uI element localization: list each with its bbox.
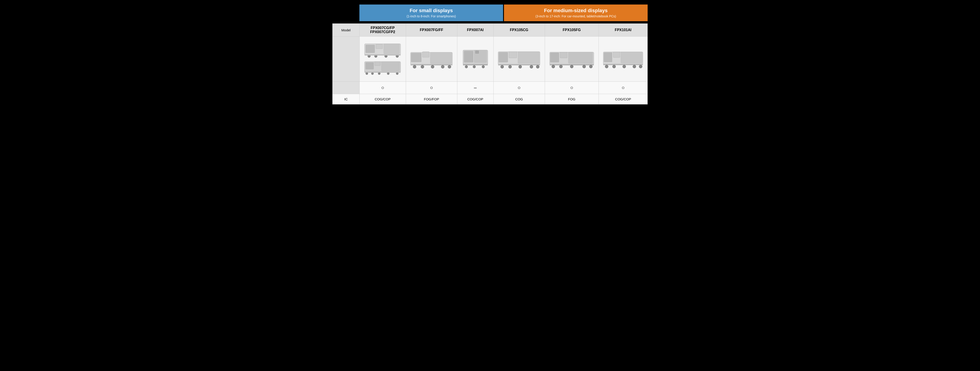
- circle-cell-3: ○: [493, 82, 545, 94]
- product-table: Model FPX007CG/FPFPX007CGFP2 FPX007FG/FF…: [332, 24, 648, 104]
- machine-placeholder-0: [361, 39, 404, 79]
- circle-value-4: ○: [570, 85, 573, 90]
- small-displays-subtitle: (1-inch to 8-inch: For smartphones): [362, 14, 501, 18]
- machine-svg-2: [461, 48, 490, 70]
- ic-cell-5: COG/COP: [599, 94, 648, 104]
- ic-value-2: COG/COP: [467, 97, 483, 101]
- svg-rect-10: [366, 62, 374, 69]
- svg-point-44: [519, 65, 522, 68]
- svg-rect-38: [499, 52, 508, 62]
- svg-point-15: [378, 72, 380, 75]
- svg-rect-11: [375, 62, 380, 66]
- svg-point-25: [421, 65, 424, 68]
- circle-cell-1: ○: [406, 82, 457, 94]
- model-name-0: FPX007CG/FPFPX007CGFP2: [370, 26, 395, 34]
- svg-point-24: [413, 65, 416, 68]
- circle-value-3: ○: [517, 85, 520, 90]
- svg-point-63: [612, 65, 616, 68]
- svg-point-28: [448, 65, 451, 68]
- svg-rect-59: [613, 52, 620, 58]
- medium-displays-header: For medium-sized displays (3-inch to 17-…: [504, 5, 648, 21]
- ic-value-0: COG/COP: [375, 97, 391, 101]
- ic-row-label: IC: [332, 94, 360, 104]
- circle-value-1: ○: [430, 85, 433, 90]
- svg-rect-48: [550, 53, 559, 62]
- svg-point-46: [536, 65, 539, 68]
- image-cell-2: [457, 37, 493, 82]
- image-cell-1: [406, 37, 457, 82]
- machine-placeholder-4: [546, 39, 597, 79]
- image-cell-4: [545, 37, 598, 82]
- svg-rect-39: [509, 52, 517, 58]
- machine-svg-0b: [363, 60, 402, 77]
- ic-row: IC COG/COP FOG/FOP COG/COP COG FOG COG/C…: [332, 94, 648, 104]
- svg-point-56: [589, 65, 592, 68]
- svg-rect-2: [376, 44, 383, 49]
- col-header-2: FPX007AI: [457, 24, 493, 37]
- svg-rect-58: [604, 53, 612, 62]
- svg-point-14: [371, 72, 374, 75]
- circle-cell-4: ○: [545, 82, 598, 94]
- svg-rect-20: [411, 53, 421, 62]
- image-cell-3: [493, 37, 545, 82]
- svg-rect-3: [384, 44, 399, 54]
- svg-point-53: [559, 65, 563, 68]
- ic-value-3: COG: [515, 97, 523, 101]
- ic-cell-2: COG/COP: [457, 94, 493, 104]
- svg-rect-21: [422, 52, 429, 57]
- svg-rect-23: [410, 64, 452, 66]
- svg-rect-8: [364, 54, 401, 56]
- circle-value-0: ○: [381, 85, 384, 90]
- circle-row: ○ ○ – ○ ○ ○: [332, 82, 648, 94]
- header-row: For small displays (1-inch to 8-inch: Fo…: [332, 5, 648, 21]
- col-header-4: FPX105FG: [545, 24, 598, 37]
- col-header-1: FPX007FG/FF: [406, 24, 457, 37]
- small-displays-header: For small displays (1-inch to 8-inch: Fo…: [360, 5, 503, 21]
- small-displays-title: For small displays: [362, 8, 501, 14]
- ic-cell-1: FOG/FOP: [406, 94, 457, 104]
- model-name-5: FPX101AI: [615, 28, 632, 32]
- svg-rect-12: [382, 62, 399, 71]
- circle-cell-2: –: [457, 82, 493, 94]
- main-container: For small displays (1-inch to 8-inch: Fo…: [332, 5, 648, 104]
- image-row-spacer: [332, 37, 360, 82]
- model-header-row: Model FPX007CG/FPFPX007CGFP2 FPX007FG/FF…: [332, 24, 648, 37]
- svg-point-55: [582, 65, 586, 68]
- ic-cell-3: COG: [493, 94, 545, 104]
- machine-svg-1: [410, 49, 453, 69]
- col-header-3: FPX105CG: [493, 24, 545, 37]
- medium-displays-title: For medium-sized displays: [506, 8, 645, 14]
- svg-point-27: [441, 65, 444, 68]
- svg-rect-60: [621, 52, 642, 63]
- svg-rect-41: [498, 64, 540, 66]
- image-row: [332, 37, 648, 82]
- svg-point-64: [623, 65, 626, 68]
- svg-point-52: [552, 65, 555, 68]
- ic-cell-0: COG/COP: [360, 94, 406, 104]
- ic-value-1: FOG/FOP: [424, 97, 439, 101]
- svg-rect-30: [464, 51, 473, 62]
- model-name-2: FPX007AI: [467, 28, 484, 32]
- circle-value-2: –: [474, 85, 477, 90]
- col-header-0: FPX007CG/FPFPX007CGFP2: [360, 24, 406, 37]
- header-spacer: [332, 5, 360, 21]
- svg-point-62: [605, 65, 608, 68]
- model-name-3: FPX105CG: [510, 28, 528, 32]
- medium-displays-subtitle: (3-inch to 17-inch: For car-mounted, tab…: [506, 14, 645, 18]
- svg-rect-18: [364, 72, 401, 73]
- circle-cell-0: ○: [360, 82, 406, 94]
- svg-point-17: [396, 72, 398, 75]
- svg-point-34: [465, 66, 468, 68]
- model-name-1: FPX007FG/FF: [420, 28, 443, 32]
- ic-cell-4: FOG: [545, 94, 598, 104]
- svg-point-65: [633, 65, 636, 68]
- circle-value-5: ○: [622, 85, 624, 90]
- svg-point-54: [570, 65, 573, 68]
- machine-svg-5: [603, 49, 643, 69]
- machine-placeholder-5: [600, 39, 646, 79]
- machine-placeholder-1: [407, 39, 456, 79]
- svg-point-36: [482, 66, 485, 68]
- svg-point-35: [473, 66, 476, 68]
- svg-point-26: [431, 65, 434, 68]
- ic-value-5: COG/COP: [615, 97, 631, 101]
